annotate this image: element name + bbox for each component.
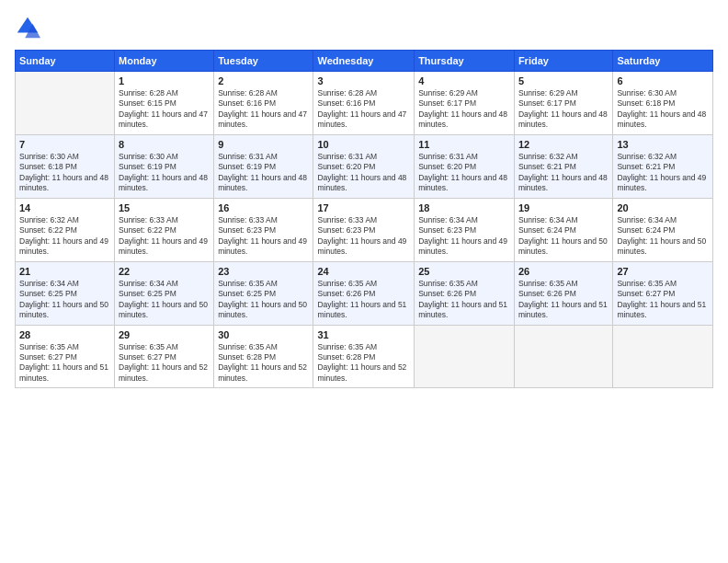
calendar-header-row: SundayMondayTuesdayWednesdayThursdayFrid…: [16, 51, 713, 72]
calendar-cell: 12Sunrise: 6:32 AMSunset: 6:21 PMDayligh…: [514, 134, 612, 198]
calendar-cell: 3Sunrise: 6:28 AMSunset: 6:16 PMDaylight…: [313, 72, 415, 135]
day-info: Sunrise: 6:29 AMSunset: 6:17 PMDaylight:…: [418, 88, 510, 131]
day-number: 19: [518, 202, 609, 213]
calendar-cell: 21Sunrise: 6:34 AMSunset: 6:25 PMDayligh…: [16, 261, 115, 325]
day-number: 31: [317, 329, 410, 340]
day-number: 5: [518, 75, 609, 86]
col-header-saturday: Saturday: [613, 51, 713, 72]
calendar-cell: 1Sunrise: 6:28 AMSunset: 6:15 PMDaylight…: [115, 72, 214, 135]
calendar-cell: 5Sunrise: 6:29 AMSunset: 6:17 PMDaylight…: [514, 72, 612, 135]
day-number: 20: [617, 202, 709, 213]
day-info: Sunrise: 6:31 AMSunset: 6:20 PMDaylight:…: [418, 152, 510, 194]
day-info: Sunrise: 6:35 AMSunset: 6:25 PMDaylight:…: [218, 279, 309, 321]
day-info: Sunrise: 6:31 AMSunset: 6:20 PMDaylight:…: [317, 152, 410, 194]
day-info: Sunrise: 6:33 AMSunset: 6:23 PMDaylight:…: [317, 215, 410, 258]
day-number: 2: [218, 75, 309, 86]
day-info: Sunrise: 6:28 AMSunset: 6:16 PMDaylight:…: [317, 88, 410, 131]
day-info: Sunrise: 6:35 AMSunset: 6:26 PMDaylight:…: [418, 279, 510, 321]
day-number: 15: [119, 202, 210, 213]
day-number: 3: [317, 75, 410, 86]
day-info: Sunrise: 6:34 AMSunset: 6:25 PMDaylight:…: [119, 279, 210, 321]
day-number: 7: [19, 139, 110, 150]
day-number: 30: [218, 329, 309, 340]
day-info: Sunrise: 6:35 AMSunset: 6:27 PMDaylight:…: [617, 279, 709, 321]
calendar-cell: 7Sunrise: 6:30 AMSunset: 6:18 PMDaylight…: [16, 134, 115, 198]
day-number: 1: [119, 75, 210, 86]
calendar-cell: 19Sunrise: 6:34 AMSunset: 6:24 PMDayligh…: [514, 198, 612, 261]
day-info: Sunrise: 6:32 AMSunset: 6:21 PMDaylight:…: [518, 152, 609, 194]
day-info: Sunrise: 6:29 AMSunset: 6:17 PMDaylight:…: [518, 88, 609, 131]
calendar-cell: 6Sunrise: 6:30 AMSunset: 6:18 PMDaylight…: [613, 72, 713, 135]
day-info: Sunrise: 6:35 AMSunset: 6:26 PMDaylight:…: [518, 279, 609, 321]
calendar-cell: 28Sunrise: 6:35 AMSunset: 6:27 PMDayligh…: [16, 325, 115, 388]
calendar-cell: 14Sunrise: 6:32 AMSunset: 6:22 PMDayligh…: [16, 198, 115, 261]
day-number: 21: [19, 266, 110, 277]
day-info: Sunrise: 6:30 AMSunset: 6:18 PMDaylight:…: [617, 88, 709, 131]
day-info: Sunrise: 6:34 AMSunset: 6:24 PMDaylight:…: [518, 215, 609, 258]
day-number: 8: [119, 139, 210, 150]
day-number: 16: [218, 202, 309, 213]
day-number: 26: [518, 266, 609, 277]
day-info: Sunrise: 6:33 AMSunset: 6:23 PMDaylight:…: [218, 215, 309, 258]
calendar-week-row: 1Sunrise: 6:28 AMSunset: 6:15 PMDaylight…: [16, 72, 713, 135]
day-info: Sunrise: 6:28 AMSunset: 6:15 PMDaylight:…: [119, 88, 210, 131]
day-number: 13: [617, 139, 709, 150]
calendar-week-row: 21Sunrise: 6:34 AMSunset: 6:25 PMDayligh…: [16, 261, 713, 325]
day-info: Sunrise: 6:35 AMSunset: 6:26 PMDaylight:…: [317, 279, 410, 321]
day-number: 23: [218, 266, 309, 277]
day-info: Sunrise: 6:33 AMSunset: 6:22 PMDaylight:…: [119, 215, 210, 258]
day-info: Sunrise: 6:32 AMSunset: 6:22 PMDaylight:…: [19, 215, 110, 258]
calendar-cell: 16Sunrise: 6:33 AMSunset: 6:23 PMDayligh…: [214, 198, 313, 261]
col-header-tuesday: Tuesday: [214, 51, 313, 72]
col-header-sunday: Sunday: [16, 51, 115, 72]
calendar-cell: [415, 325, 515, 388]
calendar-cell: 11Sunrise: 6:31 AMSunset: 6:20 PMDayligh…: [415, 134, 515, 198]
day-number: 10: [317, 139, 410, 150]
calendar-cell: 17Sunrise: 6:33 AMSunset: 6:23 PMDayligh…: [313, 198, 415, 261]
calendar-cell: 31Sunrise: 6:35 AMSunset: 6:28 PMDayligh…: [313, 325, 415, 388]
day-info: Sunrise: 6:35 AMSunset: 6:28 PMDaylight:…: [317, 342, 410, 385]
day-info: Sunrise: 6:35 AMSunset: 6:27 PMDaylight:…: [19, 342, 110, 385]
calendar-cell: 18Sunrise: 6:34 AMSunset: 6:23 PMDayligh…: [415, 198, 515, 261]
col-header-friday: Friday: [514, 51, 612, 72]
calendar-cell: 22Sunrise: 6:34 AMSunset: 6:25 PMDayligh…: [115, 261, 214, 325]
calendar-cell: [613, 325, 713, 388]
day-info: Sunrise: 6:32 AMSunset: 6:21 PMDaylight:…: [617, 152, 709, 194]
calendar-cell: 27Sunrise: 6:35 AMSunset: 6:27 PMDayligh…: [613, 261, 713, 325]
day-info: Sunrise: 6:35 AMSunset: 6:27 PMDaylight:…: [119, 342, 210, 385]
calendar-cell: 24Sunrise: 6:35 AMSunset: 6:26 PMDayligh…: [313, 261, 415, 325]
day-info: Sunrise: 6:34 AMSunset: 6:23 PMDaylight:…: [418, 215, 510, 258]
day-number: 12: [518, 139, 609, 150]
calendar-cell: 23Sunrise: 6:35 AMSunset: 6:25 PMDayligh…: [214, 261, 313, 325]
day-number: 28: [19, 329, 110, 340]
calendar-cell: 20Sunrise: 6:34 AMSunset: 6:24 PMDayligh…: [613, 198, 713, 261]
day-info: Sunrise: 6:31 AMSunset: 6:19 PMDaylight:…: [218, 152, 309, 194]
header: [15, 15, 713, 40]
calendar-cell: [16, 72, 115, 135]
col-header-thursday: Thursday: [415, 51, 515, 72]
calendar-cell: 26Sunrise: 6:35 AMSunset: 6:26 PMDayligh…: [514, 261, 612, 325]
day-info: Sunrise: 6:28 AMSunset: 6:16 PMDaylight:…: [218, 88, 309, 131]
calendar-cell: 29Sunrise: 6:35 AMSunset: 6:27 PMDayligh…: [115, 325, 214, 388]
day-number: 17: [317, 202, 410, 213]
day-number: 14: [19, 202, 110, 213]
day-number: 6: [617, 75, 709, 86]
calendar-cell: 2Sunrise: 6:28 AMSunset: 6:16 PMDaylight…: [214, 72, 313, 135]
calendar-cell: 9Sunrise: 6:31 AMSunset: 6:19 PMDaylight…: [214, 134, 313, 198]
col-header-wednesday: Wednesday: [313, 51, 415, 72]
logo: [15, 15, 44, 40]
day-number: 9: [218, 139, 309, 150]
page: SundayMondayTuesdayWednesdayThursdayFrid…: [0, 0, 728, 563]
calendar-cell: 30Sunrise: 6:35 AMSunset: 6:28 PMDayligh…: [214, 325, 313, 388]
calendar-table: SundayMondayTuesdayWednesdayThursdayFrid…: [15, 50, 713, 388]
day-number: 25: [418, 266, 510, 277]
calendar-cell: 4Sunrise: 6:29 AMSunset: 6:17 PMDaylight…: [415, 72, 515, 135]
day-number: 27: [617, 266, 709, 277]
day-number: 11: [418, 139, 510, 150]
calendar-cell: 15Sunrise: 6:33 AMSunset: 6:22 PMDayligh…: [115, 198, 214, 261]
calendar-cell: [514, 325, 612, 388]
calendar-week-row: 28Sunrise: 6:35 AMSunset: 6:27 PMDayligh…: [16, 325, 713, 388]
calendar-cell: 25Sunrise: 6:35 AMSunset: 6:26 PMDayligh…: [415, 261, 515, 325]
calendar-week-row: 14Sunrise: 6:32 AMSunset: 6:22 PMDayligh…: [16, 198, 713, 261]
calendar-cell: 10Sunrise: 6:31 AMSunset: 6:20 PMDayligh…: [313, 134, 415, 198]
